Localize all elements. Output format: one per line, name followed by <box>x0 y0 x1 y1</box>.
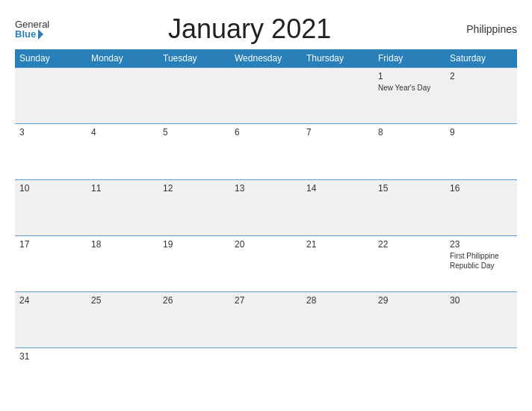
day-number: 13 <box>235 183 297 194</box>
calendar-day-cell: 6 <box>230 123 302 179</box>
day-number: 3 <box>19 127 82 137</box>
calendar-day-cell: 2 <box>445 68 517 124</box>
calendar-day-cell: 24 <box>15 291 87 347</box>
calendar-body: 1New Year's Day2345678910111213141516171… <box>15 68 517 404</box>
calendar-week-row: 17181920212223First Philippine Republic … <box>15 235 517 291</box>
calendar-day-cell: 3 <box>15 123 87 179</box>
day-number: 22 <box>378 239 441 250</box>
day-number: 7 <box>306 127 369 137</box>
calendar-title: January 2021 <box>49 13 450 45</box>
calendar-day-cell <box>15 68 87 124</box>
calendar-day-cell: 26 <box>158 291 230 347</box>
day-number: 6 <box>235 127 297 137</box>
day-number: 19 <box>163 239 226 250</box>
calendar-day-cell: 17 <box>15 235 87 291</box>
day-number: 29 <box>378 295 441 306</box>
day-number: 25 <box>91 295 154 306</box>
calendar-week-row: 24252627282930 <box>15 291 517 347</box>
logo-blue-row: Blue <box>15 29 49 40</box>
calendar-day-cell: 13 <box>230 179 302 235</box>
calendar-day-cell <box>302 68 374 124</box>
calendar-day-cell <box>87 347 158 404</box>
calendar-day-cell <box>374 347 445 404</box>
calendar-page: General Blue January 2021 Philippines Su… <box>0 0 532 411</box>
day-number: 28 <box>306 295 369 306</box>
day-number: 15 <box>378 183 441 194</box>
header-wednesday: Wednesday <box>230 49 302 68</box>
calendar-day-cell: 1New Year's Day <box>374 68 445 124</box>
calendar-day-cell: 18 <box>87 235 158 291</box>
calendar-day-cell: 16 <box>445 179 517 235</box>
day-number: 27 <box>235 295 297 306</box>
logo-general-text: General <box>15 19 49 29</box>
calendar-day-cell: 14 <box>302 179 374 235</box>
calendar-day-cell: 30 <box>445 291 517 347</box>
calendar-day-cell: 25 <box>87 291 158 347</box>
country-label: Philippines <box>450 23 517 35</box>
day-number: 24 <box>19 295 82 306</box>
logo: General Blue <box>15 19 49 40</box>
calendar-day-cell <box>445 347 517 404</box>
calendar-day-cell: 28 <box>302 291 374 347</box>
day-number: 21 <box>306 239 369 250</box>
calendar-day-cell: 4 <box>87 123 158 179</box>
calendar-day-cell: 27 <box>230 291 302 347</box>
calendar-day-cell: 20 <box>230 235 302 291</box>
day-number: 26 <box>163 295 226 306</box>
holiday-label: First Philippine Republic Day <box>450 251 513 271</box>
day-number: 23 <box>450 239 513 250</box>
day-number: 16 <box>450 183 513 194</box>
weekday-header-row: Sunday Monday Tuesday Wednesday Thursday… <box>15 49 517 68</box>
day-number: 4 <box>91 127 154 137</box>
calendar-day-cell: 19 <box>158 235 230 291</box>
calendar-day-cell: 23First Philippine Republic Day <box>445 235 517 291</box>
calendar-day-cell: 21 <box>302 235 374 291</box>
header-sunday: Sunday <box>15 49 87 68</box>
holiday-label: New Year's Day <box>378 83 441 93</box>
calendar-day-cell <box>158 347 230 404</box>
calendar-day-cell: 12 <box>158 179 230 235</box>
calendar-day-cell: 10 <box>15 179 87 235</box>
calendar-week-row: 3456789 <box>15 123 517 179</box>
day-number: 18 <box>91 239 154 250</box>
calendar-day-cell <box>230 68 302 124</box>
day-number: 9 <box>450 127 513 137</box>
day-number: 14 <box>306 183 369 194</box>
calendar-day-cell: 9 <box>445 123 517 179</box>
calendar-day-cell: 15 <box>374 179 445 235</box>
calendar-header: General Blue January 2021 Philippines <box>15 13 517 45</box>
day-number: 20 <box>235 239 297 250</box>
day-number: 11 <box>91 183 154 194</box>
calendar-day-cell <box>87 68 158 124</box>
header-thursday: Thursday <box>302 49 374 68</box>
calendar-day-cell: 29 <box>374 291 445 347</box>
header-tuesday: Tuesday <box>158 49 230 68</box>
calendar-day-cell: 31 <box>15 347 87 404</box>
calendar-day-cell <box>302 347 374 404</box>
calendar-day-cell: 22 <box>374 235 445 291</box>
calendar-day-cell: 8 <box>374 123 445 179</box>
calendar-week-row: 1New Year's Day2 <box>15 68 517 124</box>
day-number: 30 <box>450 295 513 306</box>
day-number: 10 <box>19 183 82 194</box>
day-number: 12 <box>163 183 226 194</box>
logo-triangle-icon <box>38 29 43 40</box>
day-number: 31 <box>19 351 82 362</box>
day-number: 2 <box>450 71 513 81</box>
calendar-day-cell: 5 <box>158 123 230 179</box>
calendar-day-cell <box>158 68 230 124</box>
calendar-day-cell <box>230 347 302 404</box>
calendar-week-row: 31 <box>15 347 517 404</box>
header-friday: Friday <box>374 49 445 68</box>
calendar-day-cell: 11 <box>87 179 158 235</box>
day-number: 5 <box>163 127 226 137</box>
calendar-day-cell: 7 <box>302 123 374 179</box>
header-saturday: Saturday <box>445 49 517 68</box>
calendar-week-row: 10111213141516 <box>15 179 517 235</box>
header-monday: Monday <box>87 49 158 68</box>
logo-blue-text: Blue <box>15 29 36 39</box>
day-number: 8 <box>378 127 441 137</box>
day-number: 1 <box>378 71 441 81</box>
calendar-table: Sunday Monday Tuesday Wednesday Thursday… <box>15 49 517 404</box>
day-number: 17 <box>19 239 82 250</box>
